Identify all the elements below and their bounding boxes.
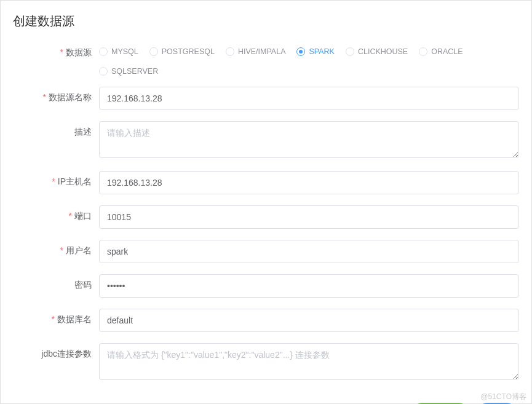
password-input[interactable]: [99, 274, 519, 298]
radio-option-label: SQLSERVER: [111, 67, 158, 76]
label-dbname: 数据库名: [13, 309, 99, 325]
radio-option-label: SPARK: [309, 47, 334, 56]
radio-circle-icon: [419, 47, 427, 56]
modal-title: 创建数据源: [13, 14, 74, 28]
label-description: 描述: [13, 121, 99, 138]
row-jdbc: jdbc连接参数: [13, 343, 519, 382]
label-password: 密码: [13, 274, 99, 291]
row-name: 数据源名称: [13, 87, 519, 110]
radio-option-oracle[interactable]: ORACLE: [419, 47, 463, 56]
ip-input[interactable]: [99, 171, 519, 194]
radio-circle-icon: [346, 47, 354, 56]
radio-option-label: MYSQL: [111, 47, 138, 56]
modal-body: 数据源 MYSQLPOSTGRESQLHIVE/IMPALASPARKCLICK…: [1, 36, 531, 399]
row-description: 描述: [13, 121, 519, 160]
row-password: 密码: [13, 274, 519, 298]
radio-option-sqlserver[interactable]: SQLSERVER: [99, 67, 158, 76]
radio-option-label: ORACLE: [431, 47, 463, 56]
row-username: 用户名: [13, 240, 519, 263]
radio-option-label: CLICKHOUSE: [358, 47, 408, 56]
create-datasource-modal: 创建数据源 数据源 MYSQLPOSTGRESQLHIVE/IMPALASPAR…: [0, 0, 532, 404]
port-input[interactable]: [99, 205, 519, 229]
row-dbname: 数据库名: [13, 309, 519, 332]
label-name: 数据源名称: [13, 87, 99, 103]
radio-option-postgresql[interactable]: POSTGRESQL: [149, 47, 215, 56]
radio-circle-icon: [226, 47, 234, 56]
radio-option-spark[interactable]: SPARK: [296, 47, 334, 56]
radio-circle-icon: [296, 47, 305, 56]
jdbc-textarea[interactable]: [99, 343, 519, 380]
radio-option-hive-impala[interactable]: HIVE/IMPALA: [226, 47, 286, 56]
label-ip: IP主机名: [13, 171, 99, 188]
radio-circle-icon: [99, 47, 108, 56]
label-username: 用户名: [13, 240, 99, 256]
modal-footer: 取消 测试连接 提交: [1, 399, 531, 404]
radio-option-clickhouse[interactable]: CLICKHOUSE: [346, 47, 408, 56]
radio-circle-icon: [149, 47, 158, 56]
label-jdbc: jdbc连接参数: [13, 343, 99, 360]
datasource-type-radio-group: MYSQLPOSTGRESQLHIVE/IMPALASPARKCLICKHOUS…: [99, 42, 519, 76]
row-datasource-type: 数据源 MYSQLPOSTGRESQLHIVE/IMPALASPARKCLICK…: [13, 42, 519, 76]
dbname-input[interactable]: [99, 309, 519, 332]
label-datasource-type: 数据源: [13, 42, 99, 58]
name-input[interactable]: [99, 87, 519, 110]
radio-option-label: POSTGRESQL: [162, 47, 215, 56]
row-port: 端口: [13, 205, 519, 229]
username-input[interactable]: [99, 240, 519, 263]
row-ip: IP主机名: [13, 171, 519, 194]
radio-option-mysql[interactable]: MYSQL: [99, 47, 138, 56]
description-textarea[interactable]: [99, 121, 519, 158]
label-port: 端口: [13, 205, 99, 222]
radio-option-label: HIVE/IMPALA: [238, 47, 286, 56]
modal-header: 创建数据源: [1, 1, 531, 36]
radio-circle-icon: [99, 67, 108, 76]
